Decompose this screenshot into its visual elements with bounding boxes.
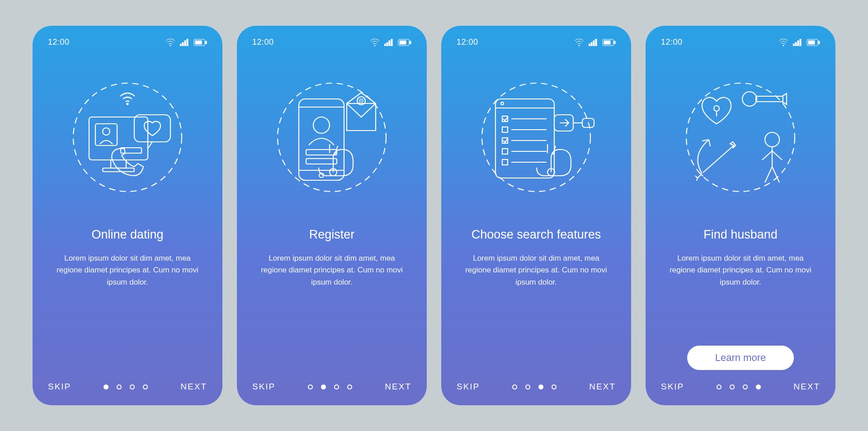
svg-rect-7 [195,41,202,44]
dot-2[interactable] [730,384,735,389]
wifi-icon [165,38,175,47]
svg-rect-18 [384,44,386,46]
dot-1[interactable] [512,384,517,389]
svg-rect-56 [502,159,508,165]
svg-rect-6 [205,41,207,44]
svg-rect-4 [187,39,188,46]
status-time: 12:00 [252,37,274,47]
svg-rect-23 [410,41,411,44]
battery-icon [398,39,411,46]
svg-point-76 [765,132,779,147]
dot-4[interactable] [756,384,761,389]
svg-rect-1 [180,44,181,46]
page-indicator [717,384,761,389]
next-button[interactable]: NEXT [180,382,207,392]
screen-description: Lorem ipsum dolor sit dim amet, mea regi… [48,253,207,288]
dot-3[interactable] [743,384,748,389]
dot-4[interactable] [347,384,352,389]
next-button[interactable]: NEXT [793,382,820,392]
svg-point-30 [313,117,330,133]
page-indicator [308,384,352,389]
screen-description: Lorem ipsum dolor sit dim amet, mea regi… [252,253,411,288]
svg-point-9 [127,103,128,105]
next-button[interactable]: NEXT [385,382,411,392]
battery-icon [602,39,616,46]
svg-rect-63 [793,44,794,46]
screen-title: Choose search features [457,227,616,243]
page-indicator [512,384,557,389]
svg-rect-43 [604,41,610,44]
screen-description: Lorem ipsum dolor sit dim amet, mea regi… [457,253,616,288]
signal-icon [180,39,189,46]
svg-rect-40 [595,39,597,46]
status-bar: 12:00 [661,37,820,47]
status-icons [778,38,820,47]
onboarding-screen-3: 12:00 Choose search features Lorem ipsum… [441,26,631,405]
dot-4[interactable] [143,384,148,389]
status-bar: 12:00 [457,37,616,47]
svg-rect-38 [591,42,592,46]
dot-1[interactable] [308,384,313,389]
status-time: 12:00 [457,37,478,47]
dot-3[interactable] [334,384,339,389]
skip-button[interactable]: SKIP [457,382,480,392]
signal-icon [793,39,802,46]
skip-button[interactable]: SKIP [252,382,275,392]
svg-rect-19 [387,42,388,46]
footer-nav: SKIP NEXT [661,382,820,392]
svg-rect-26 [299,99,344,180]
dot-2[interactable] [117,384,122,389]
signal-icon [589,39,598,46]
svg-text:@: @ [359,98,364,104]
page-indicator [104,384,148,389]
skip-button[interactable]: SKIP [48,382,71,392]
svg-line-75 [703,145,734,173]
svg-rect-37 [589,44,590,46]
svg-point-17 [374,45,375,46]
screen-title: Find husband [661,227,820,243]
svg-rect-65 [797,41,799,46]
svg-rect-45 [495,99,554,178]
svg-rect-69 [808,41,815,44]
svg-rect-54 [502,149,508,154]
svg-rect-39 [593,41,594,46]
signal-icon [384,39,393,46]
dot-2[interactable] [525,384,530,389]
svg-rect-24 [400,41,406,44]
screen-title: Register [252,227,411,243]
dot-1[interactable] [717,384,722,389]
skip-button[interactable]: SKIP [661,382,684,392]
dot-1[interactable] [104,384,108,389]
onboarding-screen-2: 12:00 @ Register Lorem ipsum dolor sit d… [237,26,427,405]
status-bar: 12:00 [48,37,207,47]
footer-nav: SKIP NEXT [252,382,411,392]
svg-point-71 [714,106,719,111]
svg-rect-3 [184,41,186,46]
svg-rect-2 [182,42,184,46]
learn-more-button[interactable]: Learn more [687,346,794,370]
svg-point-36 [579,45,580,46]
dot-3[interactable] [538,384,543,389]
onboarding-screen-1: 12:00 Online dating Lorem ipsum dolor si… [33,26,222,405]
svg-rect-64 [795,42,797,46]
status-icons [370,38,411,47]
svg-point-62 [783,45,784,46]
screen-title: Online dating [48,227,207,243]
svg-point-73 [742,92,757,106]
battery-icon [807,39,820,46]
svg-rect-66 [800,39,801,46]
next-button[interactable]: NEXT [589,382,616,392]
illustration-search-features [457,61,616,214]
svg-rect-42 [614,41,615,44]
screen-description: Lorem ipsum dolor sit dim amet, mea regi… [661,253,820,288]
illustration-online-dating [48,61,207,214]
status-icons [165,38,207,47]
dot-4[interactable] [552,384,557,389]
status-bar: 12:00 [252,37,411,47]
status-time: 12:00 [661,37,683,47]
svg-point-47 [501,102,504,105]
dot-3[interactable] [130,384,135,389]
dot-2[interactable] [321,384,326,389]
svg-rect-21 [391,39,392,46]
footer-nav: SKIP NEXT [457,382,616,392]
